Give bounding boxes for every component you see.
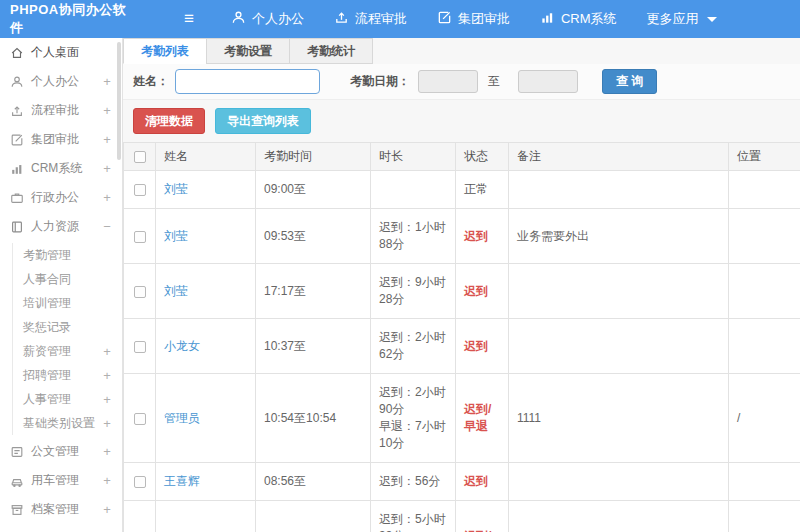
expand-icon[interactable]: + xyxy=(102,190,112,205)
document-icon xyxy=(10,445,24,459)
nav-crm-system[interactable]: CRM系统 xyxy=(525,0,632,38)
attendance-time: 10:37至 xyxy=(256,319,371,374)
sidebar-item-crm[interactable]: CRM系统 + xyxy=(0,154,122,183)
sidebar-subitem-base-category[interactable]: 基础类别设置 + xyxy=(13,411,122,435)
row-checkbox[interactable] xyxy=(134,286,146,298)
nav-group-approval[interactable]: 集团审批 xyxy=(422,0,525,38)
expand-icon[interactable]: + xyxy=(102,392,112,407)
row-checkbox[interactable] xyxy=(134,476,146,488)
expand-icon[interactable]: + xyxy=(102,132,112,147)
column-name: 姓名 xyxy=(156,143,256,171)
column-time: 考勤时间 xyxy=(256,143,371,171)
sidebar-subitem-hr-contract[interactable]: 人事合同 xyxy=(13,267,122,291)
column-status: 状态 xyxy=(456,143,509,171)
tab-attendance-list[interactable]: 考勤列表 xyxy=(123,38,207,64)
sidebar-item-vehicles[interactable]: 用车管理 + xyxy=(0,466,122,495)
status-badge: 迟到 xyxy=(456,463,509,501)
location-cell xyxy=(729,264,800,319)
app-header: PHPOA协同办公软件 ≡ 个人办公 流程审批 集团审批 CRM系统 更多应用 xyxy=(0,0,800,38)
search-button[interactable]: 查 询 xyxy=(602,69,657,94)
remark-cell xyxy=(509,171,729,209)
attendance-time: 09:53至 xyxy=(256,209,371,264)
sidebar-subitem-recruit[interactable]: 招聘管理 + xyxy=(13,363,122,387)
location-cell xyxy=(729,463,800,501)
row-checkbox[interactable] xyxy=(134,413,146,425)
expand-icon[interactable]: + xyxy=(102,161,112,176)
remark-cell xyxy=(509,501,729,532)
sidebar-item-documents[interactable]: 公文管理 + xyxy=(0,437,122,466)
expand-icon[interactable]: + xyxy=(102,74,112,89)
table-row: 刘莹 09:53至 迟到：1小时88分 迟到 业务需要外出 xyxy=(124,209,800,264)
status-badge: 迟到/早退 xyxy=(456,501,509,532)
sidebar-subitem-salary[interactable]: 薪资管理 + xyxy=(13,339,122,363)
attendance-time: 17:17至 xyxy=(256,264,371,319)
sidebar-item-personal-office[interactable]: 个人办公 + xyxy=(0,67,122,96)
attendance-time: 08:56至 xyxy=(256,463,371,501)
location-cell: / xyxy=(729,374,800,463)
menu-toggle-icon[interactable]: ≡ xyxy=(176,9,202,29)
workflow-icon xyxy=(334,10,349,28)
sidebar-item-projects[interactable]: 项目管理 + xyxy=(0,524,122,532)
expand-icon[interactable]: + xyxy=(102,502,112,517)
home-icon xyxy=(10,46,24,60)
status-badge: 正常 xyxy=(456,171,509,209)
table-row: 小龙女 10:37至 迟到：2小时62分 迟到 xyxy=(124,319,800,374)
sidebar-subitem-attendance[interactable]: 考勤管理 xyxy=(13,243,122,267)
remark-cell: 业务需要外出 xyxy=(509,209,729,264)
employee-name-link[interactable]: 管理员 xyxy=(164,411,200,425)
sidebar-subitem-personnel[interactable]: 人事管理 + xyxy=(13,387,122,411)
user-icon xyxy=(231,10,246,28)
duration-cell: 迟到：1小时88分 xyxy=(371,209,456,264)
nav-workflow-approval[interactable]: 流程审批 xyxy=(319,0,422,38)
sidebar-item-desktop[interactable]: 个人桌面 xyxy=(0,38,122,67)
sidebar-item-group-approval[interactable]: 集团审批 + xyxy=(0,125,122,154)
book-icon xyxy=(10,220,24,234)
sidebar-item-hr[interactable]: 人力资源 − xyxy=(0,212,122,241)
top-navigation: 个人办公 流程审批 集团审批 CRM系统 更多应用 xyxy=(216,0,732,38)
expand-icon[interactable]: + xyxy=(102,368,112,383)
clear-data-button[interactable]: 清理数据 xyxy=(133,108,205,134)
attendance-time: 10:54至10:54 xyxy=(256,374,371,463)
select-all-checkbox[interactable] xyxy=(134,151,146,163)
expand-icon[interactable]: + xyxy=(102,473,112,488)
collapse-icon[interactable]: − xyxy=(102,219,112,234)
duration-cell: 迟到：2小时62分 xyxy=(371,319,456,374)
expand-icon[interactable]: + xyxy=(102,444,112,459)
date-from-input[interactable] xyxy=(418,70,478,93)
tab-attendance-settings[interactable]: 考勤设置 xyxy=(206,38,290,64)
employee-name-link[interactable]: 小龙女 xyxy=(164,339,200,353)
row-checkbox[interactable] xyxy=(134,184,146,196)
sidebar-item-workflow-approval[interactable]: 流程审批 + xyxy=(0,96,122,125)
remark-cell: 1111 xyxy=(509,374,729,463)
bar-chart-icon xyxy=(10,162,24,176)
sidebar-subitem-training[interactable]: 培训管理 xyxy=(13,291,122,315)
expand-icon[interactable]: + xyxy=(102,103,112,118)
sidebar-item-admin-office[interactable]: 行政办公 + xyxy=(0,183,122,212)
table-row: 黄蓉 13:20至13:20 迟到：5小时33分早退：4小时67分 迟到/早退 … xyxy=(124,501,800,532)
sidebar-subitem-rewards[interactable]: 奖惩记录 xyxy=(13,315,122,339)
export-list-button[interactable]: 导出查询列表 xyxy=(215,108,311,134)
name-input[interactable] xyxy=(175,69,320,94)
employee-name-link[interactable]: 王喜辉 xyxy=(164,474,200,488)
nav-more-apps[interactable]: 更多应用 xyxy=(632,0,732,38)
status-badge: 迟到/早退 xyxy=(456,374,509,463)
employee-name-link[interactable]: 刘莹 xyxy=(164,284,188,298)
expand-icon[interactable]: + xyxy=(102,344,112,359)
expand-icon[interactable]: + xyxy=(102,416,112,431)
row-checkbox[interactable] xyxy=(134,341,146,353)
nav-personal-office[interactable]: 个人办公 xyxy=(216,0,319,38)
remark-cell xyxy=(509,319,729,374)
employee-name-link[interactable]: 刘莹 xyxy=(164,229,188,243)
app-logo: PHPOA协同办公软件 xyxy=(0,1,128,37)
employee-name-link[interactable]: 刘莹 xyxy=(164,182,188,196)
sidebar-scrollbar[interactable] xyxy=(117,42,121,160)
caret-down-icon xyxy=(707,17,717,22)
table-row: 管理员 10:54至10:54 迟到：2小时90分早退：7小时10分 迟到/早退… xyxy=(124,374,800,463)
sidebar-item-archives[interactable]: 档案管理 + xyxy=(0,495,122,524)
column-location: 位置 xyxy=(729,143,800,171)
edit-icon xyxy=(437,10,452,28)
row-checkbox[interactable] xyxy=(134,231,146,243)
date-to-input[interactable] xyxy=(518,70,578,93)
tab-attendance-stats[interactable]: 考勤统计 xyxy=(289,38,373,64)
bar-chart-icon xyxy=(540,10,555,28)
